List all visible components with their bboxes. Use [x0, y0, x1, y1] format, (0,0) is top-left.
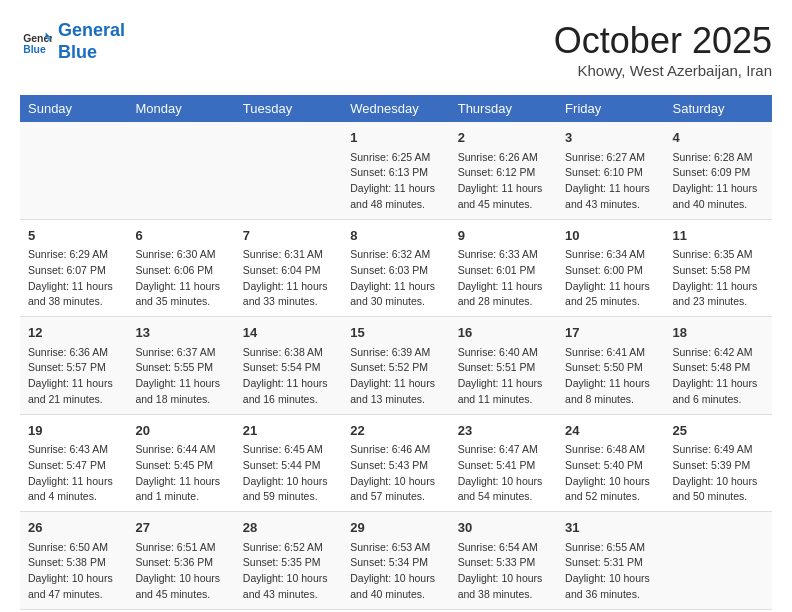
- calendar-cell: 14Sunrise: 6:38 AMSunset: 5:54 PMDayligh…: [235, 317, 342, 415]
- day-number: 2: [458, 128, 549, 148]
- location: Khowy, West Azerbaijan, Iran: [554, 62, 772, 79]
- day-number: 8: [350, 226, 441, 246]
- day-number: 19: [28, 421, 119, 441]
- day-info: Sunrise: 6:40 AMSunset: 5:51 PMDaylight:…: [458, 345, 549, 408]
- day-info: Sunrise: 6:50 AMSunset: 5:38 PMDaylight:…: [28, 540, 119, 603]
- day-info: Sunrise: 6:29 AMSunset: 6:07 PMDaylight:…: [28, 247, 119, 310]
- day-info: Sunrise: 6:34 AMSunset: 6:00 PMDaylight:…: [565, 247, 656, 310]
- calendar-cell: 25Sunrise: 6:49 AMSunset: 5:39 PMDayligh…: [665, 414, 772, 512]
- day-number: 11: [673, 226, 764, 246]
- day-info: Sunrise: 6:27 AMSunset: 6:10 PMDaylight:…: [565, 150, 656, 213]
- calendar-cell: 6Sunrise: 6:30 AMSunset: 6:06 PMDaylight…: [127, 219, 234, 317]
- logo-icon: General Blue: [20, 26, 52, 58]
- calendar-cell: 8Sunrise: 6:32 AMSunset: 6:03 PMDaylight…: [342, 219, 449, 317]
- day-number: 3: [565, 128, 656, 148]
- header-saturday: Saturday: [665, 95, 772, 122]
- week-row-3: 12Sunrise: 6:36 AMSunset: 5:57 PMDayligh…: [20, 317, 772, 415]
- day-info: Sunrise: 6:31 AMSunset: 6:04 PMDaylight:…: [243, 247, 334, 310]
- week-row-4: 19Sunrise: 6:43 AMSunset: 5:47 PMDayligh…: [20, 414, 772, 512]
- day-number: 28: [243, 518, 334, 538]
- calendar-cell: 10Sunrise: 6:34 AMSunset: 6:00 PMDayligh…: [557, 219, 664, 317]
- header-monday: Monday: [127, 95, 234, 122]
- day-number: 26: [28, 518, 119, 538]
- calendar-cell: 21Sunrise: 6:45 AMSunset: 5:44 PMDayligh…: [235, 414, 342, 512]
- calendar-cell: 12Sunrise: 6:36 AMSunset: 5:57 PMDayligh…: [20, 317, 127, 415]
- calendar-cell: 11Sunrise: 6:35 AMSunset: 5:58 PMDayligh…: [665, 219, 772, 317]
- calendar-body: 1Sunrise: 6:25 AMSunset: 6:13 PMDaylight…: [20, 122, 772, 609]
- day-number: 17: [565, 323, 656, 343]
- day-info: Sunrise: 6:51 AMSunset: 5:36 PMDaylight:…: [135, 540, 226, 603]
- calendar-cell: 13Sunrise: 6:37 AMSunset: 5:55 PMDayligh…: [127, 317, 234, 415]
- calendar-cell: 3Sunrise: 6:27 AMSunset: 6:10 PMDaylight…: [557, 122, 664, 219]
- header-friday: Friday: [557, 95, 664, 122]
- day-info: Sunrise: 6:30 AMSunset: 6:06 PMDaylight:…: [135, 247, 226, 310]
- calendar-cell: [127, 122, 234, 219]
- day-number: 22: [350, 421, 441, 441]
- calendar-cell: 15Sunrise: 6:39 AMSunset: 5:52 PMDayligh…: [342, 317, 449, 415]
- day-number: 24: [565, 421, 656, 441]
- header-thursday: Thursday: [450, 95, 557, 122]
- calendar-cell: 20Sunrise: 6:44 AMSunset: 5:45 PMDayligh…: [127, 414, 234, 512]
- week-row-1: 1Sunrise: 6:25 AMSunset: 6:13 PMDaylight…: [20, 122, 772, 219]
- calendar-cell: 27Sunrise: 6:51 AMSunset: 5:36 PMDayligh…: [127, 512, 234, 610]
- day-number: 29: [350, 518, 441, 538]
- day-info: Sunrise: 6:53 AMSunset: 5:34 PMDaylight:…: [350, 540, 441, 603]
- calendar-cell: [20, 122, 127, 219]
- calendar-cell: 29Sunrise: 6:53 AMSunset: 5:34 PMDayligh…: [342, 512, 449, 610]
- header-wednesday: Wednesday: [342, 95, 449, 122]
- day-number: 30: [458, 518, 549, 538]
- day-info: Sunrise: 6:35 AMSunset: 5:58 PMDaylight:…: [673, 247, 764, 310]
- day-info: Sunrise: 6:37 AMSunset: 5:55 PMDaylight:…: [135, 345, 226, 408]
- calendar-cell: 31Sunrise: 6:55 AMSunset: 5:31 PMDayligh…: [557, 512, 664, 610]
- calendar-cell: 5Sunrise: 6:29 AMSunset: 6:07 PMDaylight…: [20, 219, 127, 317]
- calendar-cell: 17Sunrise: 6:41 AMSunset: 5:50 PMDayligh…: [557, 317, 664, 415]
- day-number: 31: [565, 518, 656, 538]
- calendar-cell: [665, 512, 772, 610]
- day-number: 1: [350, 128, 441, 148]
- calendar-table: SundayMondayTuesdayWednesdayThursdayFrid…: [20, 95, 772, 610]
- day-number: 16: [458, 323, 549, 343]
- week-row-5: 26Sunrise: 6:50 AMSunset: 5:38 PMDayligh…: [20, 512, 772, 610]
- calendar-cell: 16Sunrise: 6:40 AMSunset: 5:51 PMDayligh…: [450, 317, 557, 415]
- day-info: Sunrise: 6:45 AMSunset: 5:44 PMDaylight:…: [243, 442, 334, 505]
- day-number: 13: [135, 323, 226, 343]
- day-number: 4: [673, 128, 764, 148]
- day-info: Sunrise: 6:41 AMSunset: 5:50 PMDaylight:…: [565, 345, 656, 408]
- day-number: 9: [458, 226, 549, 246]
- day-info: Sunrise: 6:52 AMSunset: 5:35 PMDaylight:…: [243, 540, 334, 603]
- day-info: Sunrise: 6:46 AMSunset: 5:43 PMDaylight:…: [350, 442, 441, 505]
- day-info: Sunrise: 6:36 AMSunset: 5:57 PMDaylight:…: [28, 345, 119, 408]
- day-info: Sunrise: 6:54 AMSunset: 5:33 PMDaylight:…: [458, 540, 549, 603]
- calendar-cell: 2Sunrise: 6:26 AMSunset: 6:12 PMDaylight…: [450, 122, 557, 219]
- day-info: Sunrise: 6:49 AMSunset: 5:39 PMDaylight:…: [673, 442, 764, 505]
- day-number: 6: [135, 226, 226, 246]
- header-tuesday: Tuesday: [235, 95, 342, 122]
- day-info: Sunrise: 6:43 AMSunset: 5:47 PMDaylight:…: [28, 442, 119, 505]
- day-number: 27: [135, 518, 226, 538]
- calendar-cell: 30Sunrise: 6:54 AMSunset: 5:33 PMDayligh…: [450, 512, 557, 610]
- day-info: Sunrise: 6:55 AMSunset: 5:31 PMDaylight:…: [565, 540, 656, 603]
- logo: General Blue General Blue: [20, 20, 125, 63]
- day-info: Sunrise: 6:32 AMSunset: 6:03 PMDaylight:…: [350, 247, 441, 310]
- logo-text-line1: General: [58, 20, 125, 42]
- calendar-cell: 18Sunrise: 6:42 AMSunset: 5:48 PMDayligh…: [665, 317, 772, 415]
- calendar-cell: 19Sunrise: 6:43 AMSunset: 5:47 PMDayligh…: [20, 414, 127, 512]
- day-number: 7: [243, 226, 334, 246]
- calendar-cell: 4Sunrise: 6:28 AMSunset: 6:09 PMDaylight…: [665, 122, 772, 219]
- calendar-cell: 26Sunrise: 6:50 AMSunset: 5:38 PMDayligh…: [20, 512, 127, 610]
- day-number: 21: [243, 421, 334, 441]
- calendar-cell: 22Sunrise: 6:46 AMSunset: 5:43 PMDayligh…: [342, 414, 449, 512]
- day-info: Sunrise: 6:33 AMSunset: 6:01 PMDaylight:…: [458, 247, 549, 310]
- day-number: 10: [565, 226, 656, 246]
- calendar-cell: 7Sunrise: 6:31 AMSunset: 6:04 PMDaylight…: [235, 219, 342, 317]
- svg-text:Blue: Blue: [23, 44, 46, 55]
- week-row-2: 5Sunrise: 6:29 AMSunset: 6:07 PMDaylight…: [20, 219, 772, 317]
- page-header: General Blue General Blue October 2025 K…: [20, 20, 772, 79]
- day-number: 25: [673, 421, 764, 441]
- calendar-cell: 1Sunrise: 6:25 AMSunset: 6:13 PMDaylight…: [342, 122, 449, 219]
- day-info: Sunrise: 6:25 AMSunset: 6:13 PMDaylight:…: [350, 150, 441, 213]
- header-sunday: Sunday: [20, 95, 127, 122]
- day-number: 18: [673, 323, 764, 343]
- day-info: Sunrise: 6:47 AMSunset: 5:41 PMDaylight:…: [458, 442, 549, 505]
- calendar-cell: 28Sunrise: 6:52 AMSunset: 5:35 PMDayligh…: [235, 512, 342, 610]
